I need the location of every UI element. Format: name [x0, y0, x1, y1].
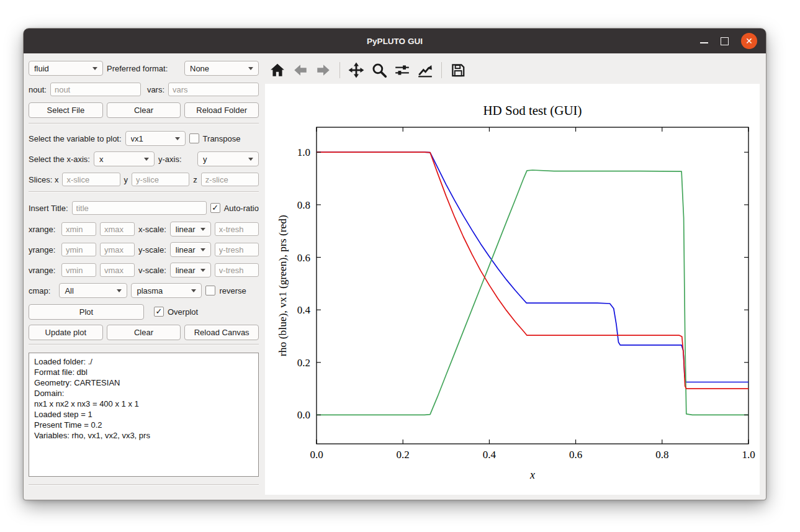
x-scale-value: linear: [176, 225, 197, 234]
plot-title-input[interactable]: [72, 201, 207, 215]
fluid-combobox[interactable]: fluid: [29, 61, 103, 76]
x-scale-label: x-scale:: [138, 225, 166, 234]
xaxis-combobox-value: x: [99, 155, 140, 164]
v-tresh-input[interactable]: [215, 263, 259, 277]
preferred-format-combobox[interactable]: None: [184, 61, 259, 76]
vars-label: vars:: [147, 85, 164, 94]
xrange-label: xrange:: [29, 225, 58, 234]
cmap-label: cmap:: [29, 286, 50, 295]
vmin-input[interactable]: [61, 263, 96, 277]
cmap-row: cmap: All plasma reverse: [29, 282, 259, 299]
axes-row: Select the x-axis: x y-axis: y: [29, 151, 259, 167]
xmax-input[interactable]: [100, 222, 135, 236]
plot-button[interactable]: Plot: [29, 304, 144, 320]
series-vx1: [317, 170, 748, 415]
nout-vars-row: nout: vars:: [29, 81, 259, 97]
clear-canvas-button[interactable]: Clear: [107, 325, 181, 340]
svg-text:0.2: 0.2: [297, 357, 310, 369]
xrange-row: xrange: x-scale: linear: [29, 221, 259, 237]
save-button[interactable]: [449, 61, 467, 79]
nout-input[interactable]: [50, 83, 141, 96]
title-bar[interactable]: PyPLUTO GUI ✕: [24, 29, 766, 53]
log-output[interactable]: Loaded folder: ./ Format file: dbl Geome…: [29, 353, 259, 477]
y-scale-combobox[interactable]: linear: [170, 242, 211, 257]
chevron-down-icon: [248, 67, 253, 73]
slices-y-label: y: [124, 175, 128, 184]
slices-label: Slices: x: [29, 175, 58, 184]
fluid-combobox-value: fluid: [34, 64, 89, 73]
chevron-down-icon: [92, 67, 97, 73]
chevron-down-icon: [144, 158, 149, 163]
zoom-button[interactable]: [370, 61, 389, 79]
reverse-checkbox[interactable]: [205, 286, 215, 295]
svg-text:0.8: 0.8: [655, 449, 668, 461]
yaxis-combobox-value: y: [203, 155, 245, 164]
nout-label: nout:: [29, 85, 47, 94]
z-slice-input[interactable]: [201, 173, 259, 186]
variable-combobox[interactable]: vx1: [125, 131, 186, 146]
vrange-label: vrange:: [29, 266, 58, 275]
home-button[interactable]: [268, 61, 287, 79]
vmax-input[interactable]: [100, 263, 135, 277]
chevron-down-icon: [175, 137, 180, 143]
yrange-row: yrange: y-scale: linear: [29, 241, 259, 258]
toolbar-separator: [441, 62, 442, 78]
clear-button[interactable]: Clear: [107, 102, 181, 118]
series-rho: [317, 152, 748, 382]
minimize-button-icon[interactable]: [700, 42, 708, 43]
x-scale-combobox[interactable]: linear: [170, 222, 211, 237]
vrange-row: vrange: v-scale: linear: [29, 262, 259, 278]
forward-arrow-icon: [315, 62, 331, 78]
v-scale-combobox[interactable]: linear: [170, 263, 211, 277]
series-prs: [317, 152, 748, 389]
xmin-input[interactable]: [61, 222, 96, 236]
back-button[interactable]: [291, 61, 310, 79]
cmap-group-combobox[interactable]: All: [59, 283, 127, 298]
close-button-icon[interactable]: ✕: [741, 33, 757, 49]
y-scale-label: y-scale:: [138, 245, 166, 255]
chevron-down-icon: [200, 248, 205, 254]
insert-title-label: Insert Title:: [29, 204, 68, 213]
chevron-down-icon: [117, 289, 122, 295]
maximize-button-icon[interactable]: [721, 37, 729, 45]
auto-ratio-checkbox[interactable]: [210, 203, 220, 213]
y-tresh-input[interactable]: [215, 243, 259, 256]
transpose-checkbox[interactable]: [189, 133, 199, 143]
svg-text:1.0: 1.0: [742, 449, 755, 461]
ymax-input[interactable]: [100, 243, 135, 256]
line-chart-icon: [417, 62, 433, 78]
reload-canvas-button[interactable]: Reload Canvas: [184, 325, 259, 340]
variable-combobox-value: vx1: [131, 134, 171, 143]
x-slice-input[interactable]: [62, 173, 120, 186]
plot-ylabel: rho (blue), vx1 (green), prs (red): [276, 215, 289, 356]
pan-button[interactable]: [347, 61, 366, 79]
svg-text:0.0: 0.0: [297, 409, 310, 421]
overplot-checkbox[interactable]: [154, 307, 164, 317]
y-scale-value: linear: [176, 245, 197, 255]
chevron-down-icon: [191, 289, 196, 295]
title-row: Insert Title: Auto-ratio: [29, 200, 259, 216]
x-tresh-input[interactable]: [215, 222, 259, 236]
separator: [29, 484, 259, 485]
slices-z-label: z: [193, 175, 197, 184]
select-file-button[interactable]: Select File: [29, 102, 103, 118]
forward-button[interactable]: [314, 61, 333, 79]
reload-folder-button[interactable]: Reload Folder: [184, 102, 259, 118]
cmap-group-value: All: [65, 286, 113, 295]
plot-area[interactable]: 0.00.20.40.60.81.00.00.20.40.60.81.0 HD …: [265, 84, 760, 495]
update-plot-button[interactable]: Update plot: [29, 325, 103, 340]
vars-input[interactable]: [168, 83, 259, 96]
figure-canvas: 0.00.20.40.60.81.00.00.20.40.60.81.0 HD …: [265, 84, 760, 495]
svg-text:1.0: 1.0: [297, 147, 310, 158]
y-slice-input[interactable]: [132, 173, 189, 186]
edit-axes-button[interactable]: [416, 61, 434, 79]
sliders-icon: [394, 62, 410, 78]
ymin-input[interactable]: [61, 243, 96, 256]
yaxis-combobox[interactable]: y: [197, 151, 259, 166]
reverse-label: reverse: [219, 286, 246, 295]
cmap-name-combobox[interactable]: plasma: [131, 283, 202, 298]
xaxis-combobox[interactable]: x: [94, 151, 155, 166]
configure-subplots-button[interactable]: [393, 61, 411, 79]
variable-row: Select the variable to plot: vx1 Transpo…: [29, 130, 259, 147]
plot-frame: [317, 127, 748, 444]
